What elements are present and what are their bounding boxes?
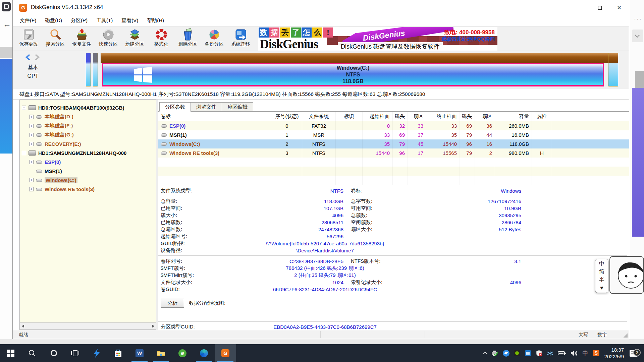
microsoft-store-button[interactable]: [107, 344, 129, 362]
table-row[interactable]: Windows RE tools(3) 3 NTFS 15440 96 17 1…: [158, 148, 629, 158]
menu-tools[interactable]: 工具(T): [92, 17, 117, 24]
tray-ime-button[interactable]: 中: [580, 344, 591, 362]
backup-partition-button[interactable]: 备份分区: [201, 27, 227, 50]
save-changes-button[interactable]: 保存更改: [15, 27, 42, 50]
tray-chevron-button[interactable]: [481, 344, 489, 362]
tray-security-button[interactable]: [533, 344, 545, 362]
expand-icon[interactable]: +: [29, 142, 34, 146]
menu-file[interactable]: 文件(F): [15, 17, 41, 24]
tree-horizontal-scrollbar[interactable]: [20, 322, 156, 329]
browser-360-button[interactable]: e: [172, 344, 193, 362]
tray-nvidia-button[interactable]: [512, 344, 523, 362]
resize-grip[interactable]: [624, 334, 628, 338]
collapse-icon[interactable]: −: [22, 151, 26, 155]
scroll-right-button[interactable]: [150, 323, 156, 329]
next-disk-icon[interactable]: [34, 54, 40, 61]
action-center-button[interactable]: 2: [627, 344, 641, 362]
tray-volume-button[interactable]: [568, 344, 580, 362]
hard-disk-icon: [29, 150, 36, 156]
menu-help[interactable]: 帮助(H): [143, 17, 168, 24]
format-icon: [155, 28, 168, 41]
flash-app-button[interactable]: [86, 344, 107, 362]
system-migrate-button[interactable]: 系统迁移: [227, 27, 254, 50]
tray-sogou-button[interactable]: S: [591, 344, 602, 362]
table-row[interactable]: ESP(0) 0 FAT32 0 32 33 33 69 36 260.0MB: [158, 121, 629, 130]
quick-partition-button[interactable]: 快速分区: [95, 27, 121, 50]
partition-bar-esp[interactable]: [86, 53, 91, 86]
maximize-button[interactable]: [590, 0, 609, 15]
file-explorer-icon: [157, 350, 165, 357]
disk-info-line: 磁盘1 接口:SATA 型号:SAMSUNGMZNLN128HAHQ-000H1…: [13, 89, 629, 100]
tree-item-hd1[interactable]: − HD1:SAMSUNGMZNLN128HAHQ-000: [20, 148, 156, 158]
allocation-map-label: 数据分配情况图:: [189, 300, 225, 306]
ime-floating-bar[interactable]: 中 简 半 ♥: [595, 259, 608, 293]
tray-battery-button[interactable]: [555, 344, 568, 362]
tree-item-msr[interactable]: MSR(1): [20, 167, 156, 176]
ime-mascot-panel[interactable]: [609, 256, 644, 294]
start-button[interactable]: [0, 344, 21, 362]
divider: [158, 321, 627, 322]
file-explorer-button[interactable]: [150, 344, 172, 362]
edge-button[interactable]: [193, 344, 215, 362]
ime-char: 简: [599, 268, 604, 276]
scroll-right-icon: [152, 324, 156, 328]
banner-brand: DiskGenius: [260, 37, 318, 51]
promo-banner[interactable]: 数 据 丢 了 怎 么 ! DiskGenius DiskGenius 致电: …: [258, 27, 497, 51]
recover-files-button[interactable]: 恢复文件: [68, 27, 95, 50]
search-partition-button[interactable]: 搜索分区: [42, 27, 68, 50]
taskbar-search-button[interactable]: [21, 344, 43, 362]
task-view-button[interactable]: [64, 344, 86, 362]
format-button[interactable]: 格式化: [148, 27, 174, 50]
tree-item-hd0[interactable]: − HD0:TOSHIBAMQ04ABF100(932GB): [20, 103, 156, 112]
expand-icon[interactable]: +: [29, 160, 34, 164]
delete-partition-button[interactable]: 删除分区: [174, 27, 201, 50]
expand-icon[interactable]: +: [29, 133, 34, 137]
prev-disk-icon[interactable]: [25, 54, 32, 61]
analyze-button[interactable]: 分析: [161, 299, 184, 308]
cortana-button[interactable]: [43, 344, 64, 362]
minimize-button[interactable]: [571, 0, 590, 15]
expand-icon[interactable]: +: [29, 124, 34, 128]
menu-disk[interactable]: 磁盘(D): [41, 17, 66, 24]
tab-sector-edit[interactable]: 扇区编辑: [222, 102, 253, 112]
partition-bar-windows-c[interactable]: Windows(C:) NTFS 118.0GB: [102, 63, 604, 86]
tree-item-local-d[interactable]: + 本地磁盘(D:): [20, 112, 156, 121]
tree-item-windows-re[interactable]: + Windows RE tools(3): [20, 185, 156, 194]
detail-row: 已用空间:107.1GB 可用空间:10.9GB: [158, 205, 629, 212]
tab-browse-files[interactable]: 浏览文件: [191, 102, 222, 112]
menu-partition[interactable]: 分区(P): [66, 17, 92, 24]
expand-icon[interactable]: +: [29, 115, 34, 119]
status-caps: 大写: [579, 330, 588, 339]
partition-bar-windows-re[interactable]: [608, 53, 618, 86]
tab-partition-params[interactable]: 分区参数: [159, 102, 191, 112]
detail-row: 卷序列号:C238-DB37-38DB-28E5 NTFS版本号:3.1: [158, 258, 629, 265]
window-title: DiskGenius V5.4.3.1342 x64: [31, 4, 103, 11]
tree-item-windows-c[interactable]: + Windows(C:): [20, 176, 156, 185]
menu-view[interactable]: 查看(V): [117, 17, 143, 24]
word-icon: W: [136, 349, 144, 357]
collapse-icon[interactable]: −: [22, 106, 26, 110]
new-partition-button[interactable]: 新建分区: [121, 27, 148, 50]
table-row[interactable]: MSR(1) 1 MSR 33 69 37 35 79 44 16.0MB: [158, 130, 629, 139]
diskgenius-taskbar-button[interactable]: G: [215, 344, 236, 362]
tree-item-local-f[interactable]: + 本地磁盘(F:): [20, 121, 156, 130]
tree-item-local-g[interactable]: + 本地磁盘(G:): [20, 130, 156, 139]
scroll-left-button[interactable]: [20, 323, 26, 329]
close-button[interactable]: ×: [609, 0, 629, 15]
tray-snowflake-button[interactable]: [545, 344, 555, 362]
banner-qq-link[interactable]: 或点击此处选择QQ咨询: [442, 36, 495, 42]
back-arrow-icon: ←: [3, 19, 11, 29]
tray-printer-button[interactable]: [489, 344, 500, 362]
expand-icon[interactable]: +: [29, 187, 34, 191]
expand-icon[interactable]: +: [29, 178, 34, 182]
partition-bar-msr[interactable]: [93, 53, 98, 86]
tree-item-recovery-e[interactable]: + RECOVERY(E:): [20, 139, 156, 148]
tray-messenger-button[interactable]: [500, 344, 512, 362]
word-button[interactable]: W: [129, 344, 150, 362]
partition-strip: Windows(C:) NTFS 118.0GB: [86, 53, 618, 86]
delete-partition-icon: [181, 28, 194, 41]
table-row-selected[interactable]: Windows(C:) 2 NTFS 35 79 45 15440 96 16 …: [158, 139, 629, 148]
tray-intel-graphics-button[interactable]: [523, 344, 533, 362]
taskbar-clock[interactable]: 18:372022/5/9: [602, 344, 627, 362]
tree-item-esp[interactable]: + ESP(0): [20, 158, 156, 167]
